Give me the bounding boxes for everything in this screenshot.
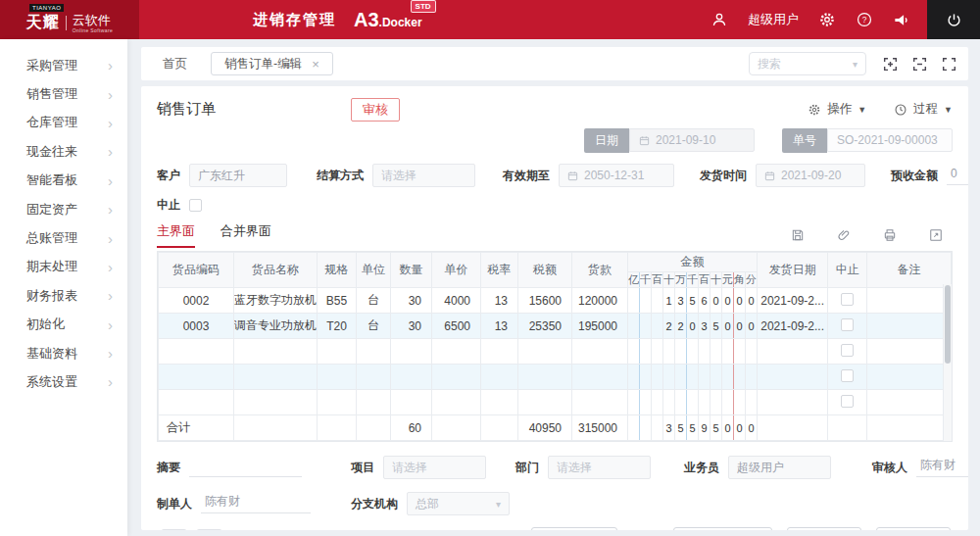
unaudit-button[interactable]: 反审核 (531, 527, 618, 530)
tab-sales-order-edit[interactable]: 销售订单-编辑 × (211, 52, 333, 75)
row-abort-checkbox[interactable] (841, 369, 854, 382)
next-page-button[interactable]: ▸ (196, 529, 222, 531)
scrollbar-thumb[interactable] (945, 285, 951, 364)
calendar-icon (764, 171, 775, 181)
breadcrumb-home[interactable]: 首页 (163, 56, 187, 73)
advance-amount-input[interactable] (951, 167, 968, 180)
user-icon[interactable] (710, 11, 728, 28)
row-abort-checkbox[interactable] (841, 395, 854, 408)
sidebar-item[interactable]: 固定资产› (0, 195, 127, 223)
department-input[interactable] (557, 461, 642, 474)
order-number-field[interactable]: SO-2021-09-00003 (827, 128, 953, 152)
product-suffix: .Docker (379, 16, 422, 29)
tab-merged-view[interactable]: 合并界面 (220, 222, 271, 248)
current-user[interactable]: 超级用户 (748, 11, 799, 28)
creator-input[interactable] (205, 495, 307, 509)
table-cell (481, 415, 518, 441)
sidebar-item[interactable]: 销售管理› (0, 79, 127, 108)
sidebar-item-label: 系统设置 (26, 373, 77, 391)
amount-digit-cell (734, 390, 746, 415)
amount-digit-cell (687, 339, 699, 365)
attachment-paperclip-icon[interactable] (837, 228, 851, 242)
valid-until-field[interactable]: 2050-12-31 (559, 164, 674, 187)
customer-input[interactable] (198, 169, 278, 182)
sidebar-item[interactable]: 系统设置› (0, 367, 127, 396)
sidebar-item[interactable]: 现金往来› (0, 137, 127, 166)
salesman-field[interactable] (728, 456, 831, 479)
settlement-input[interactable] (381, 169, 466, 182)
process-menu[interactable]: 过程 ▼ (894, 101, 953, 118)
auditor-input[interactable] (920, 459, 968, 472)
salesman-input[interactable] (737, 461, 822, 474)
order-number-value: SO-2021-09-00003 (837, 133, 938, 147)
chevron-right-icon: › (108, 144, 113, 159)
zoom-in-brackets-icon[interactable] (883, 57, 898, 72)
app-name: 进销存管理 (253, 11, 336, 29)
tab-main-view[interactable]: 主界面 (157, 222, 195, 248)
amount-digit-cell (652, 390, 663, 415)
search-input[interactable] (758, 57, 849, 71)
advance-amount-label: 预收金额 (891, 168, 938, 184)
sidebar-item[interactable]: 智能看板› (0, 167, 127, 195)
column-header: 单位 (357, 253, 391, 288)
sidebar-item[interactable]: 采购管理› (0, 51, 127, 79)
save-new-button[interactable]: 保存新增 (673, 527, 772, 530)
creator-field[interactable] (201, 495, 311, 513)
chevron-down-icon: ▾ (853, 59, 858, 70)
table-cell (518, 339, 572, 365)
row-abort-checkbox[interactable] (841, 344, 854, 357)
summary-input[interactable] (193, 459, 298, 472)
prev-page-button[interactable]: ◂ (161, 529, 187, 531)
save-button[interactable]: 保存 (787, 527, 861, 530)
main-area: 首页 销售订单-编辑 × ▾ (127, 39, 980, 536)
sidebar-item[interactable]: 仓库管理› (0, 109, 127, 137)
sidebar-item[interactable]: 基础资料› (0, 339, 127, 367)
help-icon[interactable]: ? (856, 11, 873, 28)
menu-search-select[interactable]: ▾ (749, 52, 866, 75)
table-cell (432, 365, 481, 390)
settlement-field[interactable] (372, 164, 475, 187)
print-icon[interactable] (883, 228, 897, 242)
amount-digit-cell (699, 365, 710, 390)
abort-checkbox[interactable] (189, 199, 202, 212)
ship-time-field[interactable]: 2021-09-20 (756, 164, 865, 187)
announcement-speaker-icon[interactable] (893, 11, 911, 29)
table-scrollbar[interactable] (943, 284, 952, 441)
customer-field[interactable] (189, 164, 287, 187)
sidebar-item[interactable]: 期末处理› (0, 253, 127, 281)
sidebar-item[interactable]: 初始化› (0, 311, 127, 339)
fullscreen-brackets-icon[interactable] (942, 57, 956, 72)
save-grid-icon[interactable] (791, 228, 805, 242)
amount-digit-cell: 5 (710, 314, 722, 339)
order-date-field[interactable]: 2021-09-10 (629, 128, 755, 152)
row-abort-checkbox[interactable] (841, 318, 854, 331)
amount-digit-header: 百 (652, 272, 663, 288)
summary-field[interactable] (189, 459, 302, 477)
department-field[interactable] (548, 456, 651, 479)
auditor-field[interactable] (916, 459, 968, 477)
project-field[interactable] (383, 456, 486, 479)
amount-digit-header: 千 (687, 272, 699, 288)
row-abort-checkbox[interactable] (841, 293, 854, 306)
amount-digit-cell (652, 415, 663, 441)
operation-menu[interactable]: 操作 ▼ (808, 101, 866, 118)
amount-digit-cell: 3 (663, 415, 675, 441)
sidebar-item[interactable]: 总账管理› (0, 223, 127, 252)
tab-close-icon[interactable]: × (312, 57, 319, 72)
branch-select[interactable]: 总部 ▾ (407, 492, 510, 515)
table-row: 0003调音专业功放机T20台3065001325350195000220350… (159, 314, 952, 339)
amount-digit-cell (687, 390, 699, 415)
logout-power-button[interactable] (927, 0, 980, 39)
zoom-out-brackets-icon[interactable] (912, 57, 927, 72)
amount-digit-header: 元 (722, 272, 734, 288)
cell-price: 6500 (432, 314, 481, 339)
settings-gear-icon[interactable] (818, 11, 836, 28)
project-input[interactable] (392, 461, 477, 474)
cancel-button[interactable]: 取消 (876, 527, 951, 530)
cell-abort (828, 339, 867, 365)
amount-digit-cell: 0 (746, 288, 758, 314)
amount-digit-cell (640, 390, 652, 415)
advance-amount-field[interactable] (947, 167, 968, 185)
sidebar-item[interactable]: 财务报表› (0, 281, 127, 310)
expand-fullscreen-icon[interactable] (929, 228, 943, 242)
